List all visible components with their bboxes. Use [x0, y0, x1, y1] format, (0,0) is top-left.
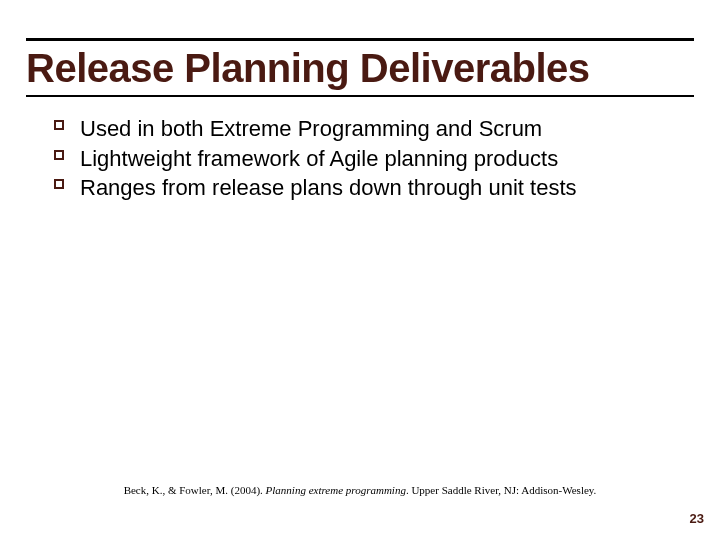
list-item: Ranges from release plans down through u… — [54, 174, 694, 202]
list-item: Used in both Extreme Programming and Scr… — [54, 115, 694, 143]
square-bullet-icon — [54, 120, 64, 130]
citation-italic: Planning extreme programming — [266, 484, 406, 496]
square-bullet-icon — [54, 150, 64, 160]
square-bullet-icon — [54, 179, 64, 189]
citation-prefix: Beck, K., & Fowler, M. (2004). — [124, 484, 266, 496]
list-item-text: Ranges from release plans down through u… — [80, 175, 577, 200]
list-item: Lightweight framework of Agile planning … — [54, 145, 694, 173]
page-number: 23 — [690, 511, 704, 526]
rule-top — [26, 38, 694, 41]
slide-title: Release Planning Deliverables — [26, 45, 694, 95]
citation-suffix: . Upper Saddle River, NJ: Addison-Wesley… — [406, 484, 596, 496]
list-item-text: Used in both Extreme Programming and Scr… — [80, 116, 542, 141]
rule-bottom — [26, 95, 694, 97]
slide: Release Planning Deliverables Used in bo… — [0, 0, 720, 540]
citation: Beck, K., & Fowler, M. (2004). Planning … — [0, 484, 720, 496]
bullet-list: Used in both Extreme Programming and Scr… — [26, 115, 694, 202]
list-item-text: Lightweight framework of Agile planning … — [80, 146, 558, 171]
